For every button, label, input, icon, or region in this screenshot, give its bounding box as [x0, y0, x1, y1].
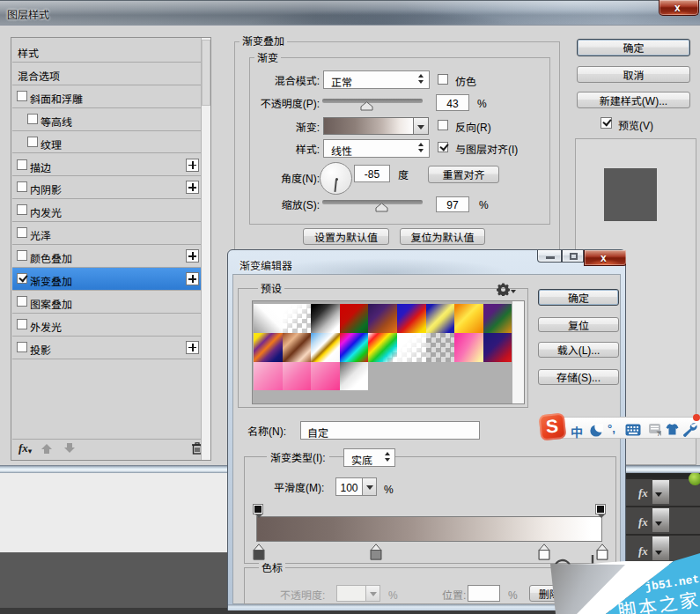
svg-text:7: 7: [657, 431, 660, 437]
